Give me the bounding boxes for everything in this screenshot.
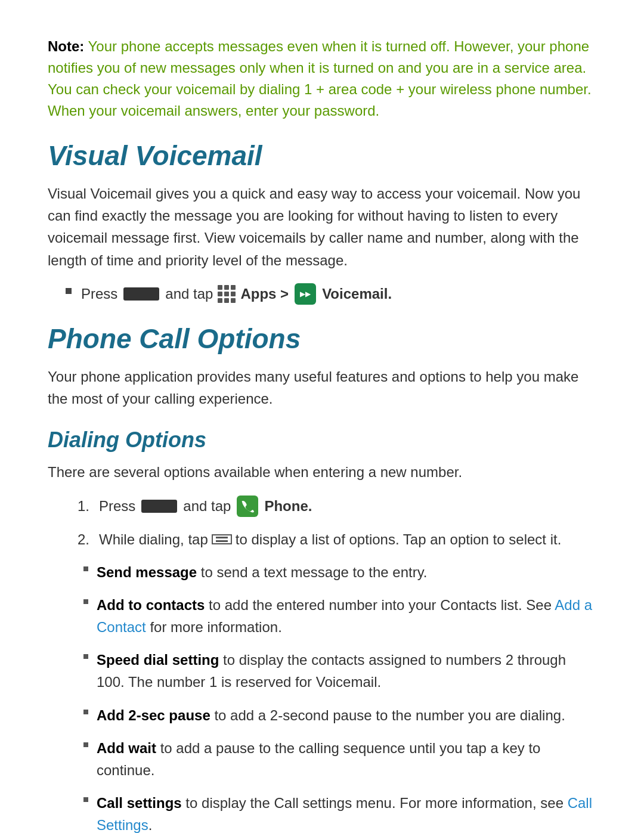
step1-and-tap: and tap [183,495,231,517]
menu-icon [212,534,232,544]
sub-bullet-icon-3 [83,654,88,659]
step-1: 1. Press and tap Phone. [78,495,596,517]
step1-phone-label: Phone. [264,495,312,517]
sub-bullet-text-2: Add to contacts to add the entered numbe… [97,594,596,638]
step-2: 2. While dialing, tap to display a list … [78,528,596,550]
apps-grid-icon [218,285,236,303]
sub-bullet-icon-2 [83,599,88,604]
sub-bullet-speed-dial: Speed dial setting to display the contac… [48,649,596,693]
sub-bullet-add-2sec: Add 2-sec pause to add a 2-second pause … [48,704,596,726]
sub-bullet-text-4: Add 2-sec pause to add a 2-second pause … [97,704,565,726]
step1-home-button [141,500,177,513]
phone-call-options-body: Your phone application provides many use… [48,366,596,410]
bullet-square-icon [66,288,72,294]
sub-bullet-icon-1 [83,566,88,571]
dialing-options-title: Dialing Options [48,428,596,453]
step2-text: While dialing, tap [99,528,208,550]
home-button [123,287,159,301]
phone-call-options-title: Phone Call Options [48,323,596,355]
instruction-press: Press [81,286,117,302]
step-1-number: 1. [78,495,99,517]
phone-icon-inner [237,496,258,517]
phone-app-icon [237,496,258,517]
voicemail-app-icon [295,283,316,305]
voicemail-label: Voicemail. [322,286,392,302]
sub-bullet-text-6: Call settings to display the Call settin… [97,792,596,833]
sub-bullet-send-message: Send message to send a text message to t… [48,561,596,583]
sub-bullet-text-3: Speed dial setting to display the contac… [97,649,596,693]
sub-bullet-text-5: Add wait to add a pause to the calling s… [97,737,596,781]
sub-bullets-list: Send message to send a text message to t… [48,561,596,833]
apps-label: Apps > [240,286,289,302]
visual-voicemail-title: Visual Voicemail [48,140,596,172]
sub-bullet-icon-5 [83,742,88,747]
sub-bullet-icon-6 [83,797,88,802]
sub-bullet-add-contacts: Add to contacts to add the entered numbe… [48,594,596,638]
menu-line-1 [216,537,228,538]
note-label: Note: [48,38,84,54]
instruction-and-tap: and tap [165,286,213,302]
sub-bullet-call-settings: Call settings to display the Call settin… [48,792,596,833]
menu-lines [216,537,228,542]
menu-line-2 [216,540,228,542]
voicemail-instruction: Press and tap Apps > Voicemail. [48,283,596,305]
dialing-options-intro: There are several options available when… [48,461,596,483]
page-container: Note: Your phone accepts messages even w… [0,0,644,833]
note-text: Your phone accepts messages even when it… [48,38,592,119]
visual-voicemail-body: Visual Voicemail gives you a quick and e… [48,182,596,271]
note-box: Note: Your phone accepts messages even w… [48,36,596,122]
sub-bullet-text-1: Send message to send a text message to t… [97,561,428,583]
step-2-number: 2. [78,528,99,550]
sub-bullet-add-wait: Add wait to add a pause to the calling s… [48,737,596,781]
numbered-steps: 1. Press and tap Phone. 2. While di [48,495,596,550]
sub-bullet-icon-4 [83,710,88,714]
step1-press: Press [99,495,135,517]
step2-suffix: to display a list of options. Tap an opt… [236,528,562,550]
